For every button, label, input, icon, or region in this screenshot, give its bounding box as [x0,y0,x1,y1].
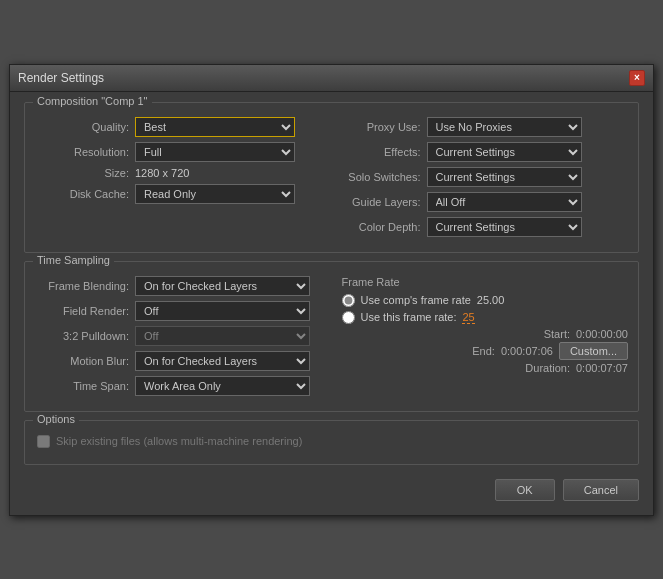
field-render-select[interactable]: Off Upper First Lower First [135,301,310,321]
solo-switches-select[interactable]: Current Settings All Off [427,167,582,187]
solo-switches-label: Solo Switches: [337,171,427,183]
composition-settings: Quality: Best Draft Wireframe Resolution… [35,117,628,242]
dialog-title: Render Settings [18,71,104,85]
this-frame-rate-radio[interactable] [342,311,355,324]
frame-rate-title: Frame Rate [342,276,629,288]
quality-label: Quality: [35,121,135,133]
resolution-row: Resolution: Full Half Quarter Custom [35,142,327,162]
this-frame-rate-value: 25 [462,311,474,324]
composition-section: Composition "Comp 1" Quality: Best Draft… [24,102,639,253]
frame-blending-label: Frame Blending: [35,280,135,292]
solo-switches-row: Solo Switches: Current Settings All Off [337,167,629,187]
options-section: Options Skip existing files (allows mult… [24,420,639,465]
size-row: Size: 1280 x 720 [35,167,327,179]
disk-cache-row: Disk Cache: Read Only Current Settings O… [35,184,327,204]
field-render-label: Field Render: [35,305,135,317]
pulldown-row: 3:2 Pulldown: Off [35,326,322,346]
close-button[interactable]: × [629,70,645,86]
resolution-label: Resolution: [35,146,135,158]
this-frame-rate-row: Use this frame rate: 25 [342,311,629,324]
effects-select[interactable]: Current Settings All On All Off [427,142,582,162]
guide-layers-select[interactable]: All Off Current Settings [427,192,582,212]
title-bar: Render Settings × [10,65,653,92]
bottom-buttons: OK Cancel [24,473,639,505]
ok-button[interactable]: OK [495,479,555,501]
frame-rate-box: Frame Rate Use comp's frame rate 25.00 U… [342,276,629,324]
timecode-section: Start: 0:00:00:00 End: 0:00:07:06 Custom… [342,328,629,374]
duration-value: 0:00:07:07 [576,362,628,374]
color-depth-select[interactable]: Current Settings 8 bpc 16 bpc 32 bpc [427,217,582,237]
disk-cache-select[interactable]: Read Only Current Settings Off [135,184,295,204]
comp-frame-rate-radio[interactable] [342,294,355,307]
dialog-body: Composition "Comp 1" Quality: Best Draft… [10,92,653,515]
frame-blending-row: Frame Blending: On for Checked Layers Of… [35,276,322,296]
time-span-select[interactable]: Work Area Only Length of Comp Custom [135,376,310,396]
comp-frame-rate-value: 25.00 [477,294,505,306]
motion-blur-row: Motion Blur: On for Checked Layers Off O… [35,351,322,371]
ts-left-col: Frame Blending: On for Checked Layers Of… [35,276,322,401]
proxy-use-label: Proxy Use: [337,121,427,133]
quality-row: Quality: Best Draft Wireframe [35,117,327,137]
render-settings-dialog: Render Settings × Composition "Comp 1" Q… [9,64,654,516]
duration-label: Duration: [525,362,570,374]
duration-row: Duration: 0:00:07:07 [342,362,629,374]
options-label: Options [33,413,79,425]
size-value: 1280 x 720 [135,167,189,179]
cancel-button[interactable]: Cancel [563,479,639,501]
color-depth-label: Color Depth: [337,221,427,233]
time-span-label: Time Span: [35,380,135,392]
guide-layers-row: Guide Layers: All Off Current Settings [337,192,629,212]
time-sampling-label: Time Sampling [33,254,114,266]
frame-blending-select[interactable]: On for Checked Layers Off On for All Lay… [135,276,310,296]
field-render-row: Field Render: Off Upper First Lower Firs… [35,301,322,321]
motion-blur-label: Motion Blur: [35,355,135,367]
effects-row: Effects: Current Settings All On All Off [337,142,629,162]
start-value: 0:00:00:00 [576,328,628,340]
composition-label: Composition "Comp 1" [33,95,152,107]
proxy-use-row: Proxy Use: Use No Proxies Use All Proxie… [337,117,629,137]
proxy-use-select[interactable]: Use No Proxies Use All Proxies Use Comp … [427,117,582,137]
comp-frame-rate-row: Use comp's frame rate 25.00 [342,294,629,307]
pulldown-label: 3:2 Pulldown: [35,330,135,342]
size-label: Size: [35,167,135,179]
time-sampling-content: Frame Blending: On for Checked Layers Of… [35,276,628,401]
skip-files-label: Skip existing files (allows multi-machin… [56,435,302,447]
disk-cache-label: Disk Cache: [35,188,135,200]
ts-right-col: Frame Rate Use comp's frame rate 25.00 U… [332,276,629,401]
motion-blur-select[interactable]: On for Checked Layers Off On for All Lay… [135,351,310,371]
time-span-row: Time Span: Work Area Only Length of Comp… [35,376,322,396]
skip-files-row: Skip existing files (allows multi-machin… [35,429,628,454]
time-sampling-section: Time Sampling Frame Blending: On for Che… [24,261,639,412]
end-label: End: [472,345,495,357]
right-settings-col: Proxy Use: Use No Proxies Use All Proxie… [337,117,629,242]
skip-files-checkbox[interactable] [37,435,50,448]
comp-frame-rate-label: Use comp's frame rate [361,294,471,306]
start-row: Start: 0:00:00:00 [342,328,629,340]
left-settings-col: Quality: Best Draft Wireframe Resolution… [35,117,327,242]
start-label: Start: [544,328,570,340]
custom-button[interactable]: Custom... [559,342,628,360]
pulldown-select[interactable]: Off [135,326,310,346]
guide-layers-label: Guide Layers: [337,196,427,208]
this-frame-rate-label: Use this frame rate: [361,311,457,323]
effects-label: Effects: [337,146,427,158]
resolution-select[interactable]: Full Half Quarter Custom [135,142,295,162]
end-value: 0:00:07:06 [501,345,553,357]
color-depth-row: Color Depth: Current Settings 8 bpc 16 b… [337,217,629,237]
end-row: End: 0:00:07:06 Custom... [342,342,629,360]
quality-select[interactable]: Best Draft Wireframe [135,117,295,137]
